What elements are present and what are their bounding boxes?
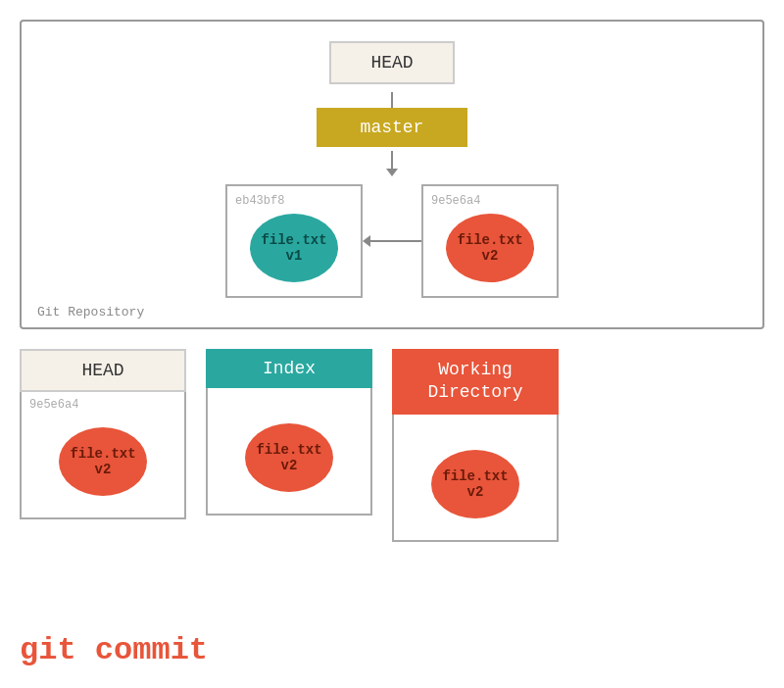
commits-row: eb43bf8 file.txt v1 9e5e6a4 file.txt v2 [51,184,733,298]
head-block-blob: file.txt v2 [59,427,147,496]
file-blob-left-version: v1 [286,248,303,264]
bottom-section: HEAD 9e5e6a4 file.txt v2 Index file.txt … [20,349,764,622]
master-commit-arrowhead [386,169,398,176]
working-dir-block-header: Working Directory [392,349,559,415]
master-label: master [317,108,468,147]
head-block-version: v2 [95,462,112,477]
file-blob-right: file.txt v2 [446,214,534,282]
master-to-commit-connector [51,151,733,176]
commit-hash-right: 9e5e6a4 [431,194,480,208]
git-commit-wrapper [578,349,764,359]
index-block-blob: file.txt v2 [245,423,333,492]
commit-arrow-line [370,240,421,242]
working-dir-file: file.txt [442,468,508,484]
head-label-top: HEAD [329,41,454,84]
working-dir-line1: Working [438,360,513,379]
head-master-line [391,92,393,108]
working-dir-block-body: file.txt v2 [392,415,559,542]
working-dir-line2: Directory [427,382,522,402]
master-box-wrap: master [51,108,733,147]
head-block-file: file.txt [70,446,135,462]
index-block: Index file.txt v2 [206,349,372,516]
main-container: HEAD master eb43bf8 file.txt v1 [0,0,784,688]
commit-arrowhead [363,235,370,247]
index-block-body: file.txt v2 [206,388,372,516]
head-block-body: 9e5e6a4 file.txt v2 [20,392,186,519]
file-blob-right-version: v2 [482,248,499,264]
index-block-version: v2 [281,458,298,473]
index-block-file: file.txt [256,442,321,458]
commit-box-right: 9e5e6a4 file.txt v2 [421,184,559,298]
git-commit-label: git commit [20,632,764,668]
commit-box-left: eb43bf8 file.txt v1 [225,184,363,298]
working-dir-block: Working Directory file.txt v2 [392,349,559,542]
commit-hash-left: eb43bf8 [235,194,284,208]
head-box-top: HEAD [51,41,733,84]
working-dir-blob: file.txt v2 [431,450,519,518]
head-to-master-connector [51,92,733,108]
head-block: HEAD 9e5e6a4 file.txt v2 [20,349,186,519]
master-commit-line [391,151,393,169]
commit-arrow [363,235,421,247]
git-repo-label: Git Repository [37,305,144,319]
index-block-header: Index [206,349,372,388]
file-blob-right-name: file.txt [457,232,522,248]
working-dir-version: v2 [467,484,484,500]
file-blob-left-name: file.txt [261,232,326,248]
head-block-header: HEAD [20,349,186,392]
head-block-hash: 9e5e6a4 [29,398,78,412]
git-repo-section: HEAD master eb43bf8 file.txt v1 [20,20,764,329]
file-blob-left: file.txt v1 [250,214,338,282]
